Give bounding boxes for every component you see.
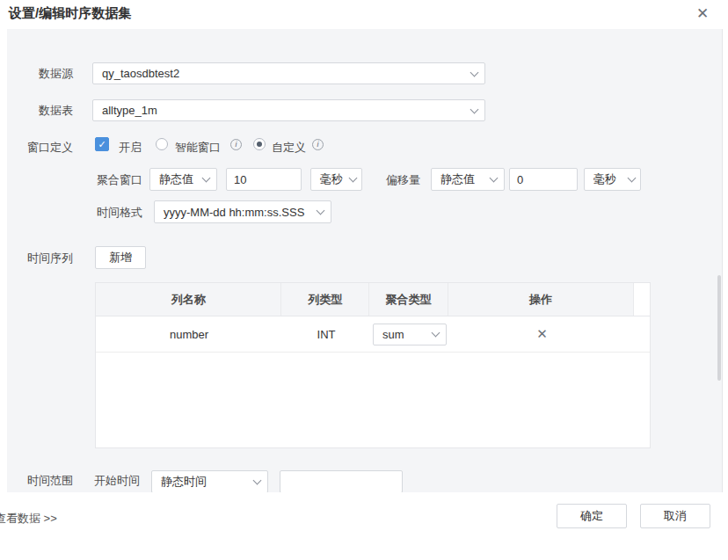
- col-header-name: 列名称: [96, 283, 281, 316]
- series-table-header: 列名称 列类型 聚合类型 操作: [96, 283, 650, 316]
- offset-unit-select[interactable]: 毫秒: [584, 168, 641, 191]
- time-format-select[interactable]: yyyy-MM-dd hh:mm:ss.SSS: [154, 200, 331, 223]
- smart-window-radio[interactable]: [156, 138, 168, 150]
- dialog-body: 数据源 qy_taosdbtest2 数据表 alltype_1m 窗口定义 ✓…: [7, 29, 723, 492]
- enable-label: 开启: [119, 140, 142, 156]
- ok-button[interactable]: 确定: [557, 504, 627, 528]
- col-header-action: 操作: [448, 283, 633, 316]
- enable-checkbox[interactable]: ✓: [95, 137, 109, 151]
- add-series-button[interactable]: 新增: [95, 246, 146, 269]
- agg-type-select[interactable]: sum: [373, 324, 447, 345]
- offset-mode-select[interactable]: 静态值: [431, 168, 505, 191]
- start-time-label: 开始时间: [94, 473, 140, 489]
- offset-value-input[interactable]: [509, 168, 578, 191]
- chevron-down-icon: [470, 68, 479, 76]
- chevron-down-icon: [202, 174, 211, 183]
- smart-window-label: 智能窗口: [175, 140, 221, 156]
- cancel-button[interactable]: 取消: [640, 504, 710, 528]
- start-time-mode-value: 静态时间: [161, 474, 207, 490]
- col-header-agg: 聚合类型: [369, 283, 448, 316]
- close-icon[interactable]: ✕: [691, 2, 714, 25]
- start-time-input[interactable]: [280, 470, 403, 492]
- agg-window-mode-select[interactable]: 静态值: [149, 168, 217, 191]
- chevron-down-icon: [349, 174, 358, 183]
- info-icon[interactable]: i: [312, 139, 324, 150]
- info-icon[interactable]: i: [230, 139, 242, 150]
- datatable-label: 数据表: [7, 103, 73, 119]
- dialog-edit-timeseries-dataset: 设置/编辑时序数据集 ✕ 数据源 qy_taosdbtest2 数据表 allt…: [0, 0, 728, 560]
- cell-column-type: INT: [282, 316, 370, 352]
- time-format-label: 时间格式: [97, 205, 142, 221]
- chevron-down-icon: [253, 476, 262, 485]
- chevron-down-icon: [628, 174, 637, 183]
- view-data-link[interactable]: 查看数据 >>: [0, 511, 57, 527]
- series-table: 列名称 列类型 聚合类型 操作 number INT sum ✕: [95, 282, 651, 448]
- cell-column-name: number: [96, 316, 282, 352]
- time-series-label: 时间序列: [7, 251, 73, 266]
- check-icon: ✓: [98, 139, 106, 150]
- window-definition-label: 窗口定义: [7, 140, 73, 156]
- datatable-select[interactable]: alltype_1m: [92, 99, 485, 121]
- chevron-down-icon: [470, 105, 479, 113]
- table-row: number INT sum ✕: [96, 316, 650, 353]
- time-format-value: yyyy-MM-dd hh:mm:ss.SSS: [164, 206, 304, 219]
- delete-row-icon[interactable]: ✕: [536, 326, 548, 342]
- custom-window-label: 自定义: [272, 140, 306, 156]
- agg-type-value: sum: [382, 328, 404, 341]
- time-range-label: 时间范围: [7, 473, 73, 489]
- datasource-value: qy_taosdbtest2: [102, 67, 179, 80]
- dialog-title: 设置/编辑时序数据集: [9, 5, 131, 22]
- scrollbar-thumb[interactable]: [717, 275, 721, 381]
- chevron-down-icon: [490, 174, 499, 183]
- agg-window-unit-value: 毫秒: [320, 171, 343, 187]
- agg-window-mode-value: 静态值: [159, 171, 193, 187]
- datatable-value: alltype_1m: [102, 104, 157, 117]
- agg-window-value-input[interactable]: [226, 168, 302, 191]
- offset-unit-value: 毫秒: [593, 171, 616, 187]
- agg-window-unit-select[interactable]: 毫秒: [310, 168, 362, 191]
- offset-mode-value: 静态值: [440, 171, 475, 187]
- chevron-down-icon: [432, 329, 440, 338]
- table-scroll-gutter: [633, 283, 650, 316]
- offset-label: 偏移量: [386, 172, 420, 188]
- datasource-label: 数据源: [7, 66, 73, 82]
- agg-window-label: 聚合窗口: [97, 172, 142, 188]
- datasource-select[interactable]: qy_taosdbtest2: [92, 62, 485, 84]
- custom-window-radio[interactable]: [253, 138, 266, 150]
- chevron-down-icon: [317, 207, 325, 215]
- col-header-type: 列类型: [281, 283, 369, 316]
- start-time-mode-select[interactable]: 静态时间: [151, 470, 268, 492]
